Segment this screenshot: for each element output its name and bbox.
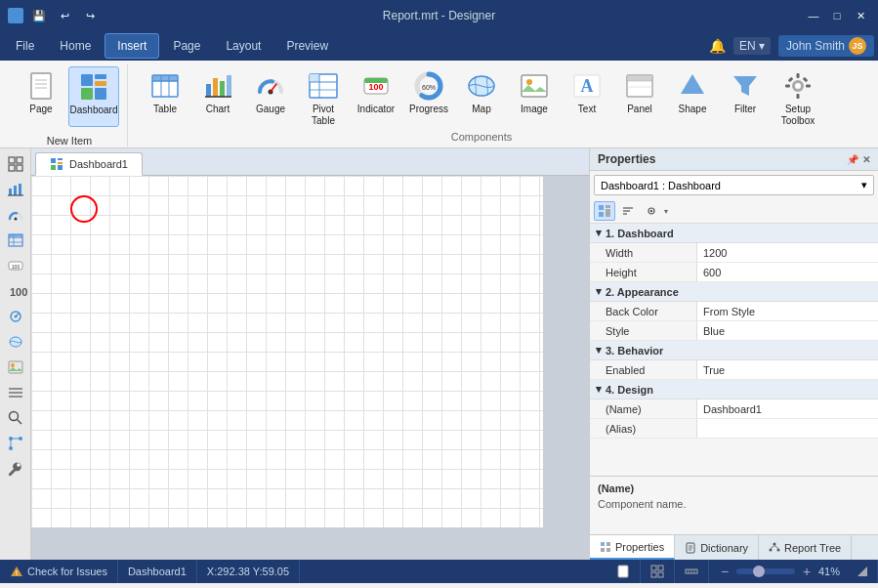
canvas-area[interactable] <box>31 176 589 560</box>
panel-tab-properties[interactable]: Properties <box>590 535 675 560</box>
svg-rect-100 <box>606 548 610 552</box>
props-val-alias[interactable] <box>697 419 878 438</box>
tab-dashboard1[interactable]: Dashboard1 <box>35 152 143 176</box>
lt-map-s-btn[interactable] <box>4 330 27 354</box>
lt-list-btn[interactable] <box>4 381 27 404</box>
indicator-icon: 100 <box>360 70 392 102</box>
panel-tab-report-tree[interactable]: Report Tree <box>759 535 852 560</box>
main-area: Dashboard1 <box>31 148 589 560</box>
menu-file[interactable]: File <box>4 33 46 59</box>
section-appearance[interactable]: ▾ 2. Appearance <box>590 282 878 302</box>
menu-layout[interactable]: Layout <box>214 33 272 59</box>
status-grid-icon[interactable] <box>641 560 675 583</box>
panel-pin-btn[interactable]: 📌 <box>847 154 858 165</box>
svg-rect-52 <box>9 165 15 171</box>
undo-btn[interactable]: ↩ <box>55 6 74 25</box>
ribbon-group-new-item: Page Dashboard New <box>8 64 128 147</box>
section-dashboard[interactable]: ▾ 1. Dashboard <box>590 224 878 243</box>
status-expand-btn[interactable] <box>848 560 878 583</box>
panel-close-btn[interactable]: ✕ <box>862 154 870 165</box>
panel-tab-dictionary[interactable]: Dictionary <box>675 535 759 560</box>
lt-wrench-btn[interactable] <box>4 457 27 481</box>
props-val-height[interactable]: 600 <box>697 263 878 281</box>
ribbon-btn-indicator[interactable]: 100 Indicator <box>351 66 401 127</box>
lt-chart-btn[interactable] <box>4 178 27 201</box>
save-btn[interactable]: 💾 <box>29 6 49 25</box>
svg-rect-54 <box>9 189 12 195</box>
ribbon-btn-shape[interactable]: Shape <box>667 66 718 127</box>
lt-gauge-btn[interactable] <box>4 203 27 227</box>
lt-circle-btn[interactable] <box>4 305 27 328</box>
svg-text:!: ! <box>16 569 18 576</box>
props-val-enabled[interactable]: True <box>697 360 878 379</box>
ribbon-btn-setup[interactable]: Setup Toolbox <box>773 66 823 129</box>
status-page-icon[interactable] <box>606 560 641 583</box>
svg-point-70 <box>11 363 15 367</box>
zoom-slider[interactable] <box>736 568 795 574</box>
zoom-in-btn[interactable]: + <box>799 564 815 579</box>
svg-point-74 <box>9 412 18 421</box>
user-menu[interactable]: John Smith JS <box>778 35 874 57</box>
ribbon-btn-table[interactable]: Table <box>140 66 190 127</box>
close-btn[interactable]: ✕ <box>851 6 870 25</box>
map-label: Map <box>472 104 490 115</box>
menu-insert[interactable]: Insert <box>105 33 159 59</box>
ribbon-btn-filter[interactable]: Filter <box>720 66 771 127</box>
props-categorized-btn[interactable] <box>594 201 615 221</box>
svg-rect-99 <box>601 548 605 552</box>
svg-rect-89 <box>606 209 610 212</box>
svg-marker-40 <box>681 74 704 94</box>
props-val-backcolor[interactable]: From Style <box>697 302 878 320</box>
props-selector[interactable]: Dashboard1 : Dashboard ▾ <box>594 175 874 195</box>
props-settings-btn[interactable] <box>641 201 662 221</box>
minimize-btn[interactable]: — <box>804 6 823 25</box>
section-design[interactable]: ▾ 4. Design <box>590 380 878 399</box>
lt-grid-btn[interactable] <box>4 152 27 176</box>
ribbon-btn-panel[interactable]: Panel <box>614 66 665 127</box>
lt-image-s-btn[interactable] <box>4 356 27 379</box>
zoom-thumb[interactable] <box>753 566 765 577</box>
pivot-icon <box>308 70 339 102</box>
lt-search-btn[interactable] <box>4 406 27 430</box>
menu-home[interactable]: Home <box>48 33 103 59</box>
menu-preview[interactable]: Preview <box>274 33 340 59</box>
svg-rect-83 <box>58 158 63 160</box>
menu-page[interactable]: Page <box>161 33 212 59</box>
ribbon-btn-progress[interactable]: 60% Progress <box>403 66 454 127</box>
lt-number-btn[interactable]: 100 <box>4 279 27 303</box>
lt-indicator-s-btn[interactable]: 100 <box>4 254 27 277</box>
ribbon-btn-pivot[interactable]: Pivot Table <box>298 66 349 129</box>
ribbon-btn-map[interactable]: Map <box>456 66 507 127</box>
status-check-issues[interactable]: ! Check for Issues <box>0 560 118 583</box>
ribbon-component-items: Table Chart <box>140 66 823 129</box>
props-key-height: Height <box>590 263 697 281</box>
ribbon-btn-text[interactable]: A Text <box>562 66 612 127</box>
ribbon-btn-dashboard[interactable]: Dashboard <box>68 66 119 127</box>
props-settings-dropdown-icon[interactable]: ▾ <box>664 207 668 216</box>
props-row-backcolor: Back Color From Style <box>590 302 878 321</box>
section-behavior[interactable]: ▾ 3. Behavior <box>590 341 878 360</box>
props-row-alias: (Alias) <box>590 419 878 439</box>
zoom-out-btn[interactable]: − <box>717 564 732 579</box>
props-val-name[interactable]: Dashboard1 <box>697 399 878 418</box>
lt-table-s-btn[interactable] <box>4 229 27 252</box>
ribbon-new-items: Page Dashboard <box>16 66 119 127</box>
svg-rect-97 <box>601 542 605 546</box>
ribbon-btn-page[interactable]: Page <box>16 66 66 127</box>
svg-point-58 <box>14 218 17 221</box>
redo-btn[interactable]: ↪ <box>80 6 100 25</box>
notification-icon[interactable]: 🔔 <box>709 38 726 54</box>
props-sort-btn[interactable] <box>617 201 639 221</box>
status-ruler-icon[interactable] <box>675 560 709 583</box>
lt-transform-btn[interactable] <box>4 432 27 455</box>
ribbon-btn-gauge[interactable]: Gauge <box>245 66 296 127</box>
ribbon-btn-image[interactable]: Image <box>509 66 560 127</box>
props-val-width[interactable]: 1200 <box>697 243 878 262</box>
language-selector[interactable]: EN ▾ <box>733 37 771 55</box>
svg-rect-115 <box>651 572 656 577</box>
maximize-btn[interactable]: □ <box>827 6 847 25</box>
ribbon-btn-chart[interactable]: Chart <box>192 66 243 127</box>
props-val-style[interactable]: Blue <box>697 321 878 340</box>
svg-line-108 <box>771 545 774 548</box>
canvas[interactable] <box>31 176 543 527</box>
